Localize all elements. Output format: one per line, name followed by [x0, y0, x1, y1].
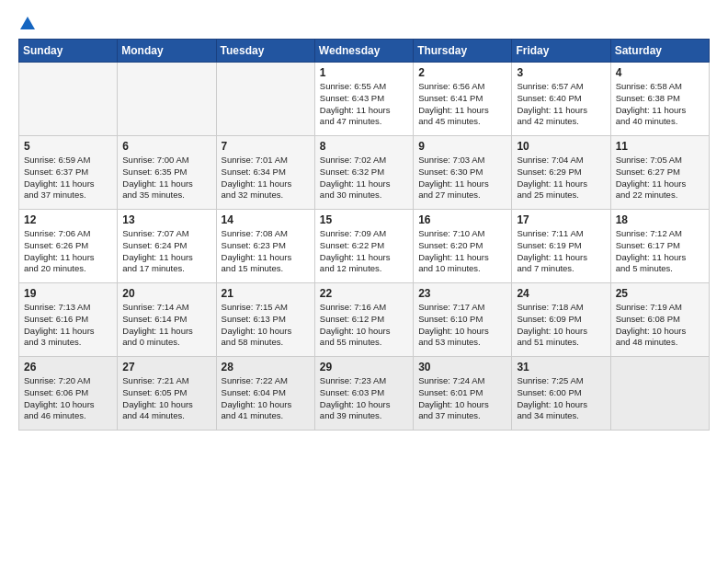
day-info: Sunrise: 7:14 AM Sunset: 6:14 PM Dayligh… [122, 302, 210, 349]
day-number: 23 [418, 287, 506, 300]
day-number: 3 [517, 66, 605, 79]
calendar-cell: 28Sunrise: 7:22 AM Sunset: 6:04 PM Dayli… [216, 357, 314, 431]
day-info: Sunrise: 7:04 AM Sunset: 6:29 PM Dayligh… [517, 155, 605, 201]
calendar-cell: 17Sunrise: 7:11 AM Sunset: 6:19 PM Dayli… [512, 210, 610, 283]
day-number: 30 [418, 361, 506, 373]
day-number: 21 [222, 287, 310, 300]
calendar-week-row-5: 26Sunrise: 7:20 AM Sunset: 6:06 PM Dayli… [19, 357, 710, 431]
day-number: 12 [24, 213, 112, 226]
day-number: 6 [122, 140, 210, 153]
calendar-week-row-3: 12Sunrise: 7:06 AM Sunset: 6:26 PM Dayli… [19, 210, 710, 283]
day-number: 8 [320, 140, 408, 153]
day-info: Sunrise: 7:24 AM Sunset: 6:01 PM Dayligh… [418, 375, 506, 422]
weekday-header-monday: Monday [118, 40, 216, 63]
day-info: Sunrise: 7:18 AM Sunset: 6:09 PM Dayligh… [517, 302, 605, 349]
day-info: Sunrise: 7:09 AM Sunset: 6:22 PM Dayligh… [320, 228, 408, 275]
calendar-cell: 25Sunrise: 7:19 AM Sunset: 6:08 PM Dayli… [610, 283, 709, 357]
day-info: Sunrise: 7:10 AM Sunset: 6:20 PM Dayligh… [418, 228, 506, 275]
calendar-cell [216, 63, 314, 136]
weekday-header-wednesday: Wednesday [314, 40, 413, 63]
calendar-cell: 20Sunrise: 7:14 AM Sunset: 6:14 PM Dayli… [118, 283, 216, 357]
calendar-cell: 8Sunrise: 7:02 AM Sunset: 6:32 PM Daylig… [314, 136, 413, 210]
day-number: 16 [418, 213, 506, 226]
day-number: 11 [616, 140, 704, 153]
day-info: Sunrise: 7:00 AM Sunset: 6:35 PM Dayligh… [122, 155, 210, 201]
day-info: Sunrise: 7:06 AM Sunset: 6:26 PM Dayligh… [24, 228, 112, 275]
day-number: 9 [418, 140, 506, 153]
weekday-header-friday: Friday [512, 40, 610, 63]
calendar-cell: 11Sunrise: 7:05 AM Sunset: 6:27 PM Dayli… [610, 136, 709, 210]
calendar-cell: 13Sunrise: 7:07 AM Sunset: 6:24 PM Dayli… [118, 210, 216, 283]
calendar-cell: 23Sunrise: 7:17 AM Sunset: 6:10 PM Dayli… [414, 283, 512, 357]
day-info: Sunrise: 7:23 AM Sunset: 6:03 PM Dayligh… [320, 375, 408, 422]
day-number: 20 [122, 287, 210, 300]
day-info: Sunrise: 7:16 AM Sunset: 6:12 PM Dayligh… [320, 302, 408, 349]
day-info: Sunrise: 7:11 AM Sunset: 6:19 PM Dayligh… [517, 228, 605, 275]
day-number: 29 [320, 361, 408, 373]
calendar-cell: 12Sunrise: 7:06 AM Sunset: 6:26 PM Dayli… [19, 210, 118, 283]
calendar-week-row-4: 19Sunrise: 7:13 AM Sunset: 6:16 PM Dayli… [19, 283, 710, 357]
calendar-cell: 5Sunrise: 6:59 AM Sunset: 6:37 PM Daylig… [19, 136, 118, 210]
weekday-header-tuesday: Tuesday [216, 40, 314, 63]
day-number: 17 [517, 213, 605, 226]
day-info: Sunrise: 7:03 AM Sunset: 6:30 PM Dayligh… [418, 155, 506, 201]
calendar-cell: 4Sunrise: 6:58 AM Sunset: 6:38 PM Daylig… [610, 63, 709, 136]
page-container: SundayMondayTuesdayWednesdayThursdayFrid… [0, 0, 728, 440]
day-number: 22 [320, 287, 408, 300]
calendar-cell: 27Sunrise: 7:21 AM Sunset: 6:05 PM Dayli… [118, 357, 216, 431]
day-number: 5 [24, 140, 112, 153]
logo [18, 15, 36, 31]
day-info: Sunrise: 7:13 AM Sunset: 6:16 PM Dayligh… [24, 302, 112, 349]
calendar-cell: 26Sunrise: 7:20 AM Sunset: 6:06 PM Dayli… [19, 357, 118, 431]
day-info: Sunrise: 6:56 AM Sunset: 6:41 PM Dayligh… [418, 81, 506, 128]
calendar-cell: 3Sunrise: 6:57 AM Sunset: 6:40 PM Daylig… [512, 63, 610, 136]
weekday-header-saturday: Saturday [610, 40, 709, 63]
day-info: Sunrise: 7:20 AM Sunset: 6:06 PM Dayligh… [24, 375, 112, 422]
day-info: Sunrise: 7:08 AM Sunset: 6:23 PM Dayligh… [222, 228, 310, 275]
calendar-cell: 24Sunrise: 7:18 AM Sunset: 6:09 PM Dayli… [512, 283, 610, 357]
calendar-cell: 29Sunrise: 7:23 AM Sunset: 6:03 PM Dayli… [314, 357, 413, 431]
day-info: Sunrise: 7:02 AM Sunset: 6:32 PM Dayligh… [320, 155, 408, 201]
svg-marker-0 [20, 17, 35, 29]
weekday-header-sunday: Sunday [19, 40, 118, 63]
day-info: Sunrise: 7:12 AM Sunset: 6:17 PM Dayligh… [616, 228, 704, 275]
calendar-table: SundayMondayTuesdayWednesdayThursdayFrid… [18, 39, 710, 431]
day-number: 28 [222, 361, 310, 373]
day-info: Sunrise: 7:15 AM Sunset: 6:13 PM Dayligh… [222, 302, 310, 349]
day-number: 26 [24, 361, 112, 373]
weekday-header-row: SundayMondayTuesdayWednesdayThursdayFrid… [19, 40, 710, 63]
calendar-cell: 10Sunrise: 7:04 AM Sunset: 6:29 PM Dayli… [512, 136, 610, 210]
calendar-cell: 21Sunrise: 7:15 AM Sunset: 6:13 PM Dayli… [216, 283, 314, 357]
day-number: 24 [517, 287, 605, 300]
day-info: Sunrise: 7:05 AM Sunset: 6:27 PM Dayligh… [616, 155, 704, 201]
day-info: Sunrise: 7:01 AM Sunset: 6:34 PM Dayligh… [222, 155, 310, 201]
calendar-cell: 19Sunrise: 7:13 AM Sunset: 6:16 PM Dayli… [19, 283, 118, 357]
day-number: 19 [24, 287, 112, 300]
calendar-cell: 6Sunrise: 7:00 AM Sunset: 6:35 PM Daylig… [118, 136, 216, 210]
day-number: 13 [122, 213, 210, 226]
calendar-cell: 16Sunrise: 7:10 AM Sunset: 6:20 PM Dayli… [414, 210, 512, 283]
calendar-cell: 22Sunrise: 7:16 AM Sunset: 6:12 PM Dayli… [314, 283, 413, 357]
calendar-cell: 9Sunrise: 7:03 AM Sunset: 6:30 PM Daylig… [414, 136, 512, 210]
logo-triangle-icon [19, 15, 36, 31]
day-info: Sunrise: 7:25 AM Sunset: 6:00 PM Dayligh… [517, 375, 605, 422]
calendar-cell: 30Sunrise: 7:24 AM Sunset: 6:01 PM Dayli… [414, 357, 512, 431]
day-number: 4 [616, 66, 704, 79]
calendar-cell: 2Sunrise: 6:56 AM Sunset: 6:41 PM Daylig… [414, 63, 512, 136]
calendar-cell [610, 357, 709, 431]
calendar-week-row-1: 1Sunrise: 6:55 AM Sunset: 6:43 PM Daylig… [19, 63, 710, 136]
day-number: 25 [616, 287, 704, 300]
day-info: Sunrise: 7:19 AM Sunset: 6:08 PM Dayligh… [616, 302, 704, 349]
day-number: 27 [122, 361, 210, 373]
day-info: Sunrise: 7:17 AM Sunset: 6:10 PM Dayligh… [418, 302, 506, 349]
calendar-cell: 7Sunrise: 7:01 AM Sunset: 6:34 PM Daylig… [216, 136, 314, 210]
day-number: 7 [222, 140, 310, 153]
calendar-cell [118, 63, 216, 136]
calendar-cell [19, 63, 118, 136]
day-number: 18 [616, 213, 704, 226]
day-info: Sunrise: 6:58 AM Sunset: 6:38 PM Dayligh… [616, 81, 704, 128]
day-number: 10 [517, 140, 605, 153]
header [18, 15, 710, 31]
day-info: Sunrise: 6:57 AM Sunset: 6:40 PM Dayligh… [517, 81, 605, 128]
day-info: Sunrise: 7:07 AM Sunset: 6:24 PM Dayligh… [122, 228, 210, 275]
